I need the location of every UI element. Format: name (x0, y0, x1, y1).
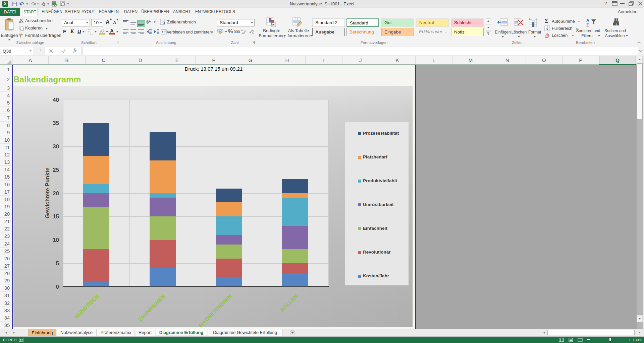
svg-text:Z: Z (586, 23, 589, 27)
svg-text:≠: ≠ (272, 23, 274, 27)
svg-text:,0: ,0 (251, 32, 254, 35)
svg-text:A: A (586, 18, 589, 23)
svg-text:,00: ,00 (241, 32, 246, 35)
